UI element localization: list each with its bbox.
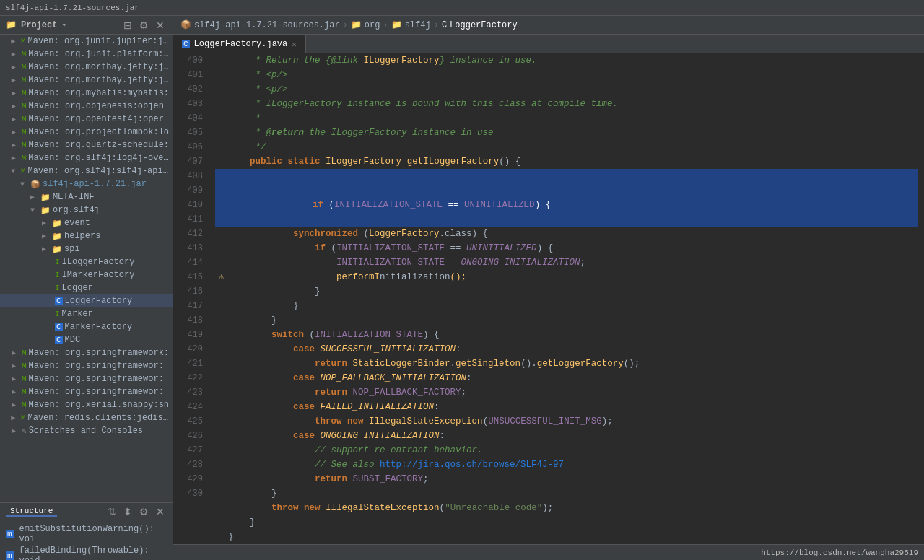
sidebar-label: org.slf4j — [53, 205, 100, 215]
sidebar-item-slf4j-jar[interactable]: ▼ 📦 slf4j-api-1.7.21.jar — [0, 178, 173, 191]
sidebar-item-maven-spring3[interactable]: ▶ M Maven: org.springframewor: — [0, 372, 173, 385]
structure-close[interactable]: ✕ — [154, 505, 167, 518]
main-layout: 📁 Project ▾ ⊟ ⚙ ✕ ▶ M Maven: org.junit.j… — [0, 16, 924, 560]
sidebar-title: Project — [21, 20, 57, 30]
breadcrumb-sep1: › — [343, 20, 348, 30]
sidebar-item-mdc[interactable]: ▶ C MDC — [0, 333, 173, 346]
code-line-412: ⚠ performInitialization(); — [215, 270, 918, 284]
sidebar-header: 📁 Project ▾ ⊟ ⚙ ✕ — [0, 16, 173, 35]
sidebar-item-maven-spring2[interactable]: ▶ M Maven: org.springframewor: — [0, 359, 173, 372]
sidebar-item-loggerfactory[interactable]: ▶ C LoggerFactory — [0, 294, 173, 307]
code-line-403: * ILoggerFactory instance is bound with … — [215, 97, 918, 111]
sidebar-item-meta-inf[interactable]: ▶ 📁 META-INF — [0, 191, 173, 204]
sidebar-item-maven-slf4j-api[interactable]: ▼ M Maven: org.slf4j:slf4j-api:1. — [0, 165, 173, 178]
sidebar-item-org-slf4j[interactable]: ▼ 📁 org.slf4j — [0, 204, 173, 216]
code-line-425: // See also http://jira.qos.ch/browse/SL… — [215, 458, 918, 472]
folder-icon-breadcrumb2: 📁 — [391, 19, 402, 30]
sidebar-item-iloggerfactory[interactable]: ▶ I ILoggerFactory — [0, 255, 173, 268]
code-line-417: case SUCCESSFUL_INITIALIZATION: — [215, 342, 918, 356]
interface-icon: I — [55, 271, 60, 279]
structure-settings[interactable]: ⚙ — [137, 505, 151, 518]
structure-action-2[interactable]: ⬍ — [121, 505, 134, 518]
sidebar-label: Maven: redis.clients:jedis:3. — [27, 413, 173, 423]
sidebar-item-scratches[interactable]: ▶ ✎ Scratches and Consoles — [0, 424, 173, 437]
sidebar-action-1[interactable]: ⊟ — [121, 19, 134, 32]
maven-icon: M — [22, 63, 27, 71]
sidebar-item-maven-objenesis[interactable]: ▶ M Maven: org.objenesis:objen — [0, 100, 173, 113]
code-text: { — [326, 53, 331, 68]
sidebar-item-maven-mortbay1[interactable]: ▶ M Maven: org.mortbay.jetty:jet — [0, 61, 173, 74]
code-container[interactable]: 400 401 402 403 404 405 406 407 408 409 … — [173, 53, 924, 544]
sidebar-item-maven-mybatis[interactable]: ▶ M Maven: org.mybatis:mybatis: — [0, 87, 173, 100]
sidebar-label: META-INF — [53, 192, 95, 202]
project-dropdown-icon[interactable]: ▾ — [61, 20, 66, 30]
sidebar-item-maven-spring1[interactable]: ▶ M Maven: org.springframework: — [0, 346, 173, 359]
tab-structure[interactable]: Structure — [6, 507, 57, 517]
line-numbers: 400 401 402 403 404 405 406 407 408 409 … — [173, 53, 209, 544]
sidebar-item-maven-spring4[interactable]: ▶ M Maven: org.springframewor: — [0, 385, 173, 398]
structure-item-2[interactable]: m failedBinding(Throwable): void — [6, 545, 167, 560]
tab-close-btn[interactable]: ✕ — [292, 40, 297, 49]
sidebar-label: Maven: org.springframework: — [29, 348, 169, 358]
sidebar-item-maven-lombok[interactable]: ▶ M Maven: org.projectlombok:lo — [0, 126, 173, 139]
sidebar-item-maven-junit2[interactable]: ▶ M Maven: org.junit.platform:ju — [0, 48, 173, 61]
breadcrumb-sep3: › — [434, 20, 439, 30]
code-line-410: if (INITIALIZATION_STATE == UNINITIALIZE… — [215, 241, 918, 255]
structure-item-1[interactable]: m emitSubstitutionWarning(): voi — [6, 523, 167, 545]
code-line-406: */ — [215, 140, 918, 154]
code-editor[interactable]: * Return the {@link ILoggerFactory} inst… — [209, 53, 924, 544]
sidebar-item-spi[interactable]: ▶ 📁 spi — [0, 242, 173, 255]
sidebar-item-maven-quartz[interactable]: ▶ M Maven: org.quartz-schedule: — [0, 139, 173, 152]
sidebar-item-maven-xerial[interactable]: ▶ M Maven: org.xerial.snappy:sn — [0, 398, 173, 411]
bottom-tabs: Structure ⇅ ⬍ ⚙ ✕ — [0, 503, 173, 520]
tab-class-icon: C — [182, 40, 190, 48]
code-line-402: * <p/> — [215, 82, 918, 97]
sidebar-label: Maven: org.springframewor: — [29, 387, 164, 397]
sidebar-item-helpers[interactable]: ▶ 📁 helpers — [0, 229, 173, 242]
sidebar-item-maven-mortbay2[interactable]: ▶ M Maven: org.mortbay.jetty:jet — [0, 74, 173, 87]
code-line-409: synchronized (LoggerFactory.class) { — [215, 227, 918, 241]
folder-icon-breadcrumb: 📁 — [351, 19, 362, 30]
tab-loggerfactory[interactable]: C LoggerFactory.java ✕ — [173, 35, 306, 53]
breadcrumb-class[interactable]: LoggerFactory — [450, 20, 518, 30]
jar-icon-breadcrumb: 📦 — [180, 19, 191, 30]
maven-icon: M — [21, 37, 26, 45]
editor: 📦 slf4j-api-1.7.21-sources.jar › 📁 org ›… — [173, 16, 924, 560]
maven-icon: M — [22, 388, 27, 396]
code-line-416: switch (INITIALIZATION_STATE) { — [215, 328, 918, 342]
code-line-427: } — [215, 486, 918, 501]
structure-action-1[interactable]: ⇅ — [105, 505, 118, 518]
status-url: https://blog.csdn.net/wangha29519 — [761, 548, 918, 557]
sidebar-close[interactable]: ✕ — [154, 19, 167, 32]
code-line-422: throw new IllegalStateException(UNSUCCES… — [215, 414, 918, 429]
sidebar-item-markerfactory[interactable]: ▶ C MarkerFactory — [0, 320, 173, 333]
sidebar-label: MarkerFactory — [65, 322, 133, 332]
sidebar-item-marker[interactable]: ▶ I Marker — [0, 307, 173, 320]
sidebar-label: Maven: org.junit.platform:ju — [28, 49, 173, 59]
interface-icon: I — [55, 310, 60, 318]
sidebar-label: IMarkerFactory — [62, 270, 135, 280]
code-line-401: * <p/> — [215, 68, 918, 82]
code-line-420: return NOP_FALLBACK_FACTORY; — [215, 385, 918, 400]
sidebar-item-imarkerfactory[interactable]: ▶ I IMarkerFactory — [0, 268, 173, 281]
sidebar-label: Maven: org.projectlombok:lo — [29, 127, 169, 137]
sidebar-item-maven-junit[interactable]: ▶ M Maven: org.junit.jupiter:juni — [0, 35, 173, 48]
method-icon: m — [6, 530, 14, 538]
code-line-423: case ONGOING_INITIALIZATION: — [215, 429, 918, 443]
maven-icon: M — [21, 167, 26, 175]
structure-item-label-2: failedBinding(Throwable): void — [19, 546, 167, 560]
sidebar-label: MDC — [65, 335, 81, 345]
breadcrumb-jar[interactable]: slf4j-api-1.7.21-sources.jar — [194, 20, 340, 30]
sidebar-item-event[interactable]: ▶ 📁 event — [0, 216, 173, 229]
sidebar-item-maven-opentest[interactable]: ▶ M Maven: org.opentest4j:oper — [0, 113, 173, 126]
sidebar-item-logger[interactable]: ▶ I Logger — [0, 281, 173, 294]
sidebar-item-maven-slf4j-log4j[interactable]: ▶ M Maven: org.slf4j:log4j-over- — [0, 152, 173, 165]
sidebar-item-maven-redis[interactable]: ▶ M Maven: redis.clients:jedis:3. — [0, 411, 173, 424]
maven-icon: M — [22, 115, 27, 123]
maven-icon: M — [22, 128, 27, 136]
code-line-419: case NOP_FALLBACK_INITIALIZATION: — [215, 371, 918, 385]
sidebar-label: Maven: org.mybatis:mybatis: — [29, 88, 169, 98]
sidebar-settings[interactable]: ⚙ — [137, 19, 151, 32]
breadcrumb-org[interactable]: org — [365, 20, 380, 30]
breadcrumb-slf4j[interactable]: slf4j — [405, 20, 431, 30]
